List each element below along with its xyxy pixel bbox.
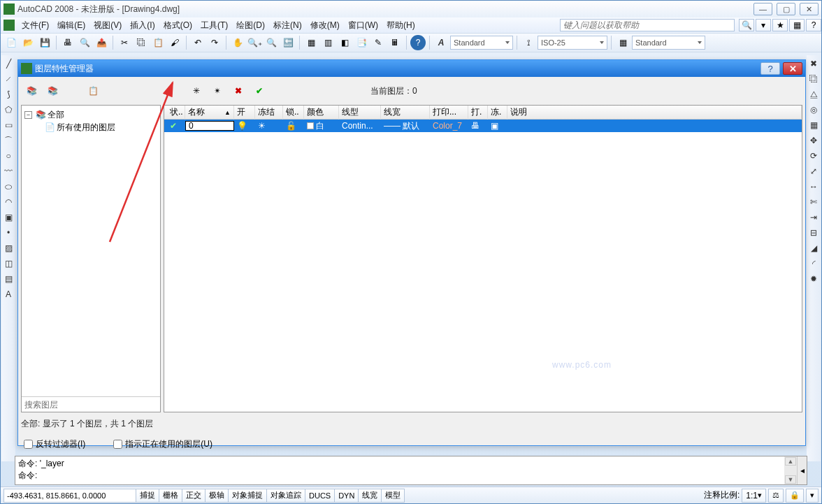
polar-toggle[interactable]: 极轴	[205, 489, 229, 503]
copy-obj-icon[interactable]: ⿻	[808, 73, 819, 85]
favorite-icon[interactable]: ★	[772, 19, 788, 31]
anno-vis-icon[interactable]: ⚖	[768, 489, 784, 503]
tree-child[interactable]: 📄 所有使用的图层	[44, 121, 157, 134]
comm-center-icon[interactable]: ▦	[789, 19, 805, 31]
snap-toggle[interactable]: 捕捉	[136, 489, 159, 503]
set-current-icon[interactable]: ✔	[252, 83, 267, 99]
cmd-scrollbar[interactable]: ▲ ▼	[784, 456, 797, 484]
erase-icon[interactable]: ✖	[808, 58, 819, 69]
indicate-used-checkbox[interactable]: 指示正在使用的图层(U)	[113, 438, 212, 450]
redo-icon[interactable]: ↷	[207, 35, 222, 50]
col-on[interactable]: 开	[234, 106, 255, 120]
collapse-icon[interactable]: −	[24, 111, 32, 119]
sheetset-icon[interactable]: 📑	[354, 35, 369, 50]
copy-icon[interactable]: ⿻	[134, 35, 149, 50]
menu-modify[interactable]: 修改(M)	[306, 18, 344, 33]
zoom-rt-icon[interactable]: 🔍₊	[247, 35, 262, 50]
menu-edit[interactable]: 编辑(E)	[53, 18, 89, 33]
zoom-prev-icon[interactable]: 🔙	[280, 35, 296, 50]
menu-dimension[interactable]: 标注(N)	[269, 18, 306, 33]
row-description[interactable]	[507, 120, 802, 132]
close-button[interactable]: ✕	[800, 3, 819, 15]
table-style-select[interactable]: Standard	[632, 36, 705, 50]
menu-view[interactable]: 视图(V)	[89, 18, 126, 33]
layer-states-icon[interactable]: 📋	[85, 83, 101, 99]
markup-icon[interactable]: ✎	[370, 35, 386, 50]
new-icon[interactable]: 📄	[3, 35, 19, 50]
col-plot[interactable]: 打.	[468, 106, 488, 120]
pline-icon[interactable]: ⟆	[3, 89, 14, 100]
block-icon[interactable]: ▣	[3, 212, 14, 223]
help-tb-icon[interactable]: ?	[410, 35, 426, 50]
command-window[interactable]: 命令: '_layer 命令: ▲ ▼ ◂	[15, 456, 807, 485]
extend-icon[interactable]: ⇥	[808, 212, 819, 223]
col-freeze-vp[interactable]: 冻.	[488, 106, 507, 120]
new-layer-icon[interactable]: ✳	[189, 83, 204, 99]
anno-scale-select[interactable]: 1:1 ▾	[742, 489, 766, 503]
trim-icon[interactable]: ✄	[808, 196, 819, 208]
dialog-help-button[interactable]: ?	[760, 62, 780, 75]
publish-icon[interactable]: 📤	[94, 35, 109, 50]
undo-icon[interactable]: ↶	[190, 35, 206, 50]
polygon-icon[interactable]: ⬠	[3, 104, 14, 115]
grid-toggle[interactable]: 栅格	[159, 489, 182, 503]
zoom-win-icon[interactable]: 🔍	[264, 35, 279, 50]
dyn-toggle[interactable]: DYN	[334, 489, 359, 503]
stretch-icon[interactable]: ↔	[808, 181, 819, 192]
mirror-icon[interactable]: ⧋	[808, 89, 819, 100]
otrack-toggle[interactable]: 对象追踪	[266, 489, 305, 503]
row-freeze[interactable]: ☀	[255, 120, 283, 132]
help-search-input[interactable]	[560, 19, 735, 31]
layer-row[interactable]: ✔ 0 💡 ☀ 🔓 白 Contin... —— 默认 Color_7 🖶 ▣	[164, 120, 802, 132]
menu-format[interactable]: 格式(O)	[159, 18, 196, 33]
fillet-icon[interactable]: ◜	[808, 258, 819, 269]
col-status[interactable]: 状..	[167, 106, 185, 120]
explode-icon[interactable]: ✹	[808, 273, 819, 285]
new-filter-icon[interactable]: 📚	[24, 83, 39, 99]
table-icon[interactable]: ▤	[3, 273, 14, 285]
scale-icon[interactable]: ⤢	[808, 166, 819, 177]
row-lock[interactable]: 🔓	[283, 120, 304, 132]
invert-filter-checkbox[interactable]: 反转过滤器(I)	[24, 438, 85, 450]
row-on[interactable]: 💡	[234, 120, 255, 132]
status-tray-icon[interactable]: ▾	[806, 489, 819, 503]
arc-icon[interactable]: ⌒	[3, 135, 14, 146]
toolpalette-icon[interactable]: ◧	[337, 35, 352, 50]
rotate-icon[interactable]: ⟳	[808, 150, 819, 161]
dim-style-select[interactable]: ISO-25	[538, 36, 607, 50]
dialog-titlebar[interactable]: 图层特性管理器 ? ✕	[18, 60, 805, 77]
chamfer-icon[interactable]: ◢	[808, 243, 819, 254]
col-description[interactable]: 说明	[507, 106, 802, 120]
ellipse-icon[interactable]: ⬭	[3, 181, 14, 192]
new-layer-vp-icon[interactable]: ✴	[210, 83, 225, 99]
delete-layer-icon[interactable]: ✖	[231, 83, 246, 99]
coordinate-display[interactable]: -493.4631, 815.8661, 0.0000	[3, 489, 136, 503]
properties-icon[interactable]: ▦	[303, 35, 319, 50]
region-icon[interactable]: ◫	[3, 258, 14, 269]
text-style-select[interactable]: Standard	[450, 36, 513, 50]
line-icon[interactable]: ╱	[3, 58, 14, 69]
row-color[interactable]: 白	[304, 120, 339, 132]
offset-icon[interactable]: ◎	[808, 104, 819, 115]
paste-icon[interactable]: 📋	[150, 35, 166, 50]
array-icon[interactable]: ▦	[808, 120, 819, 131]
print-icon[interactable]: 🖶	[60, 35, 75, 50]
row-lineweight[interactable]: —— 默认	[381, 120, 430, 132]
search-icon[interactable]: 🔍	[739, 19, 754, 31]
point-icon[interactable]: •	[3, 227, 14, 238]
preview-icon[interactable]: 🔍	[77, 35, 92, 50]
menu-file[interactable]: 文件(F)	[17, 18, 53, 33]
row-name[interactable]: 0	[185, 121, 234, 131]
designcenter-icon[interactable]: ▥	[320, 35, 336, 50]
row-plot[interactable]: 🖶	[468, 120, 488, 132]
col-lineweight[interactable]: 线宽	[381, 106, 430, 120]
col-plotstyle[interactable]: 打印...	[430, 106, 468, 120]
row-linetype[interactable]: Contin...	[339, 120, 381, 132]
new-group-filter-icon[interactable]: 📚	[45, 83, 60, 99]
menu-insert[interactable]: 插入(I)	[126, 18, 159, 33]
rect-icon[interactable]: ▭	[3, 120, 14, 131]
tree-root[interactable]: − 📚 全部	[24, 108, 157, 121]
dim-style-icon[interactable]: ⟟	[521, 35, 536, 50]
model-toggle[interactable]: 模型	[381, 489, 405, 503]
minimize-button[interactable]: —	[754, 3, 772, 15]
